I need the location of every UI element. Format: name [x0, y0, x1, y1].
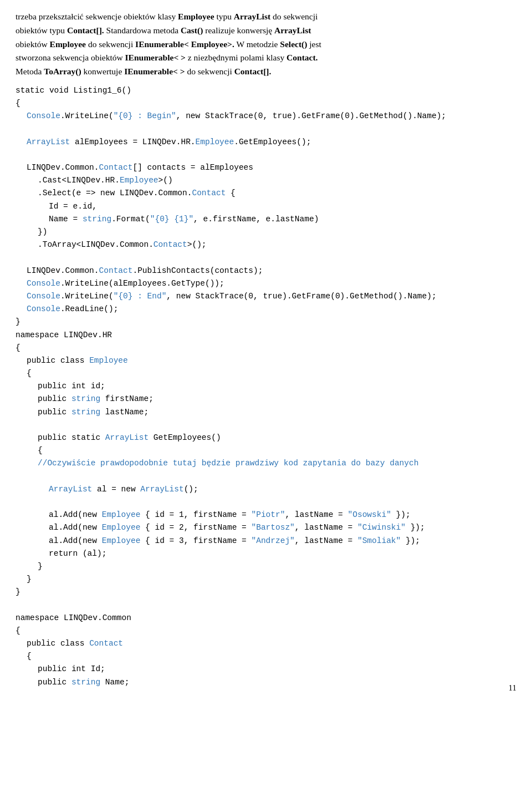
code-line-9: Name = string.Format("{0} {1}", e.firstN…: [16, 213, 516, 226]
code-line-38: {: [16, 650, 516, 663]
code-line-11: .ToArray<LINQDev.Common.Contact>();: [16, 238, 516, 251]
code-line-22: public string firstName;: [16, 393, 516, 405]
code-line-26: //Oczywiście prawdopodobnie tutaj będzie…: [16, 457, 516, 470]
code-line-blank1: [16, 123, 516, 136]
code-line-3: Console.WriteLine("{0} : Begin", new Sta…: [16, 110, 516, 123]
code-line-24: public static ArrayList GetEmployees(): [16, 432, 516, 444]
intro-line2: obiektów typu Contact[]. Standardowa met…: [16, 26, 311, 35]
code-line-23: public string lastName;: [16, 406, 516, 419]
code-line-blank4: [16, 419, 516, 432]
code-line-39: public int Id;: [16, 663, 516, 676]
code-line-blank5: [16, 470, 516, 483]
code-line-25: {: [16, 444, 516, 457]
intro-line3: obiektów Employee do sekwencji IEnumerab…: [16, 39, 321, 49]
code-line-31: return (al);: [16, 547, 516, 560]
code-line-40: public string Name;: [16, 676, 516, 689]
code-line-blank7: [16, 598, 516, 611]
code-line-27: ArrayList al = new ArrayList();: [16, 483, 516, 496]
code-line-15: Console.ReadLine();: [16, 303, 516, 316]
code-line-18: {: [16, 342, 516, 354]
code-line-16: }: [16, 316, 516, 328]
code-line-6: .Cast<LINQDev.HR.Employee>(): [16, 174, 516, 187]
code-line-33: }: [16, 573, 516, 586]
code-line-10: }): [16, 226, 516, 238]
code-line-13: Console.WriteLine(alEmployees.GetType())…: [16, 277, 516, 290]
code-line-19: public class Employee: [16, 354, 516, 367]
code-line-7: .Select(e => new LINQDev.Common.Contact …: [16, 187, 516, 200]
page-content: trzeba przekształcić sekwencje obiektów …: [16, 10, 516, 689]
code-line-36: {: [16, 625, 516, 637]
code-line-37: public class Contact: [16, 637, 516, 650]
code-line-32: }: [16, 560, 516, 573]
code-line-28: al.Add(new Employee { id = 1, firstName …: [16, 509, 516, 521]
code-line-blank3: [16, 251, 516, 264]
code-line-21: public int id;: [16, 380, 516, 393]
code-line-blank2: [16, 149, 516, 161]
code-line-20: {: [16, 367, 516, 380]
intro-line5: Metoda ToArray() konwertuje IEnumerable<…: [16, 67, 271, 76]
code-line-29: al.Add(new Employee { id = 2, firstName …: [16, 521, 516, 534]
code-line-2: {: [16, 97, 516, 110]
code-line-34: }: [16, 586, 516, 598]
intro-line4: stworzona sekwencja obiektów IEnumerable…: [16, 53, 318, 62]
code-line-30: al.Add(new Employee { id = 3, firstName …: [16, 535, 516, 547]
code-line-35: namespace LINQDev.Common: [16, 612, 516, 625]
code-line-4: ArrayList alEmployees = LINQDev.HR.Emplo…: [16, 136, 516, 149]
code-block: static void Listing1_6() { Console.Write…: [16, 84, 516, 689]
code-line-12: LINQDev.Common.Contact.PublishContacts(c…: [16, 265, 516, 277]
code-line-blank6: [16, 496, 516, 509]
code-line-8: Id = e.id,: [16, 200, 516, 213]
intro-line1: trzeba przekształcić sekwencje obiektów …: [16, 12, 318, 21]
code-line-1: static void Listing1_6(): [16, 84, 516, 97]
code-line-17: namespace LINQDev.HR: [16, 329, 516, 342]
page-number: 11: [509, 682, 516, 694]
intro-paragraph: trzeba przekształcić sekwencje obiektów …: [16, 10, 516, 79]
code-line-5: LINQDev.Common.Contact[] contacts = alEm…: [16, 161, 516, 174]
code-line-14: Console.WriteLine("{0} : End", new Stack…: [16, 290, 516, 303]
